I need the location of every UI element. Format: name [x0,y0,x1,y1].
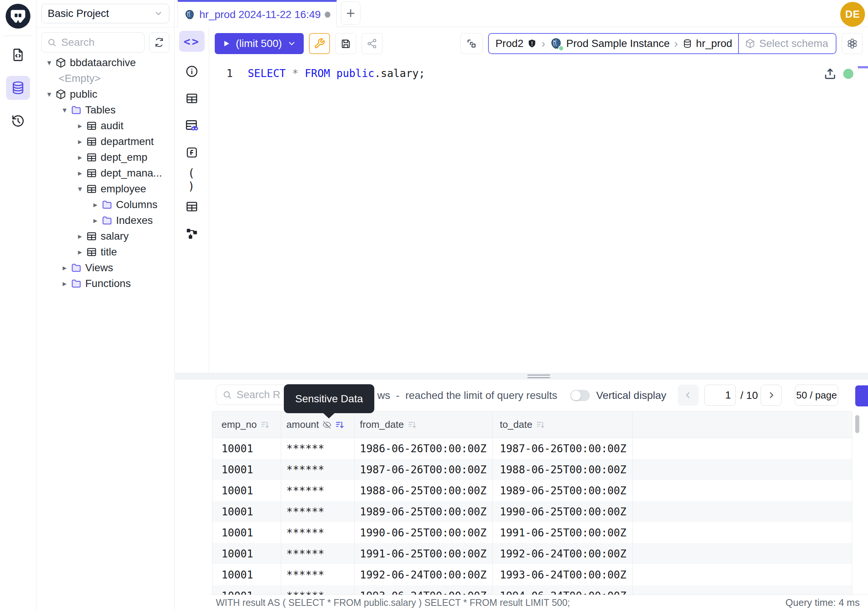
caret-right-icon[interactable]: ▸ [89,200,101,209]
cell[interactable]: 10001 [212,564,281,585]
upload-sheet-button[interactable] [823,67,837,81]
cell[interactable]: 1992-06-24T00:00:00Z [493,543,632,564]
cell[interactable]: 10001 [212,501,281,522]
cell[interactable]: 1991-06-25T00:00:00Z [493,522,632,543]
cell[interactable]: ****** [281,543,355,564]
save-button[interactable] [335,33,356,54]
table-data-search-button[interactable] [184,118,199,133]
panel-resize-divider[interactable] [175,373,868,379]
prev-page-button[interactable] [678,385,699,406]
procedures-panel-button[interactable]: ( ) [184,172,199,187]
tree-item--empty-[interactable]: <Empty> [36,71,174,86]
new-tab-button[interactable]: + [341,2,360,25]
table-row[interactable]: 10001******1988-06-25T00:00:00Z1989-06-2… [212,480,852,501]
rail-worksheet-button[interactable] [6,43,30,67]
tree-item-employee[interactable]: ▾employee [36,181,174,197]
caret-down-icon[interactable]: ▾ [43,58,55,67]
caret-down-icon[interactable]: ▾ [59,106,71,115]
cell[interactable]: 1991-06-25T00:00:00Z [355,543,493,564]
caret-down-icon[interactable]: ▾ [74,185,86,194]
column-header-to_date[interactable]: to_date [493,412,632,438]
tree-item-dept-mana-[interactable]: ▸dept_mana... [36,165,174,181]
user-avatar[interactable]: DE [840,2,865,27]
cell[interactable]: 10001 [212,438,281,459]
tables-panel-button[interactable] [184,91,199,106]
format-sql-button[interactable] [309,33,330,54]
cell[interactable]: 10001 [212,459,281,480]
connection-breadcrumb[interactable]: Prod2 › Prod Sample Instance [488,33,837,54]
page-size-select[interactable]: 50 / page [795,385,839,406]
cell[interactable] [632,585,852,594]
cell[interactable]: 10001 [212,543,281,564]
next-page-button[interactable] [761,385,782,406]
cell[interactable] [632,522,852,543]
sort-icon-active[interactable] [335,420,345,430]
tree-item-dept-emp[interactable]: ▸dept_emp [36,149,174,165]
cell[interactable]: 1994-06-24T00:00:00Z [493,585,632,594]
code-view-button[interactable]: <> [179,31,205,52]
cell[interactable]: ****** [281,459,355,480]
cell[interactable]: 1988-06-25T00:00:00Z [355,480,493,501]
caret-right-icon[interactable]: ▸ [74,153,86,162]
cell[interactable]: 1993-06-24T00:00:00Z [493,564,632,585]
tree-item-audit[interactable]: ▸audit [36,118,174,134]
cell[interactable]: 1988-06-25T00:00:00Z [493,459,632,480]
refresh-button[interactable] [149,32,169,53]
column-header-emp_no[interactable]: emp_no [212,412,281,438]
caret-right-icon[interactable]: ▸ [74,232,86,241]
sort-icon[interactable] [407,420,417,430]
export-edge-button[interactable] [855,385,868,407]
cell[interactable] [632,459,852,480]
caret-right-icon[interactable]: ▸ [59,279,71,288]
caret-down-icon[interactable]: ▾ [43,90,55,99]
table-row[interactable]: 10001******1986-06-26T00:00:00Z1987-06-2… [212,438,852,459]
cell[interactable]: ****** [281,480,355,501]
tree-item-functions[interactable]: ▸Functions [36,276,174,292]
caret-right-icon[interactable]: ▸ [74,169,86,178]
sort-icon[interactable] [536,420,546,430]
cell[interactable]: 1986-06-26T00:00:00Z [355,438,493,459]
caret-right-icon[interactable]: ▸ [74,121,86,130]
rail-history-button[interactable] [6,109,30,133]
share-button[interactable] [361,33,383,54]
cell[interactable]: 10001 [212,585,281,594]
tree-item-indexes[interactable]: ▸Indexes [36,213,174,228]
caret-right-icon[interactable]: ▸ [74,248,86,256]
bytebase-logo-icon[interactable] [6,4,30,28]
cell[interactable]: 10001 [212,522,281,543]
functions-panel-button[interactable] [184,145,199,160]
column-header-amount[interactable]: amount [281,412,355,438]
ai-assistant-button[interactable] [842,33,863,54]
table-row[interactable]: 10001******1987-06-26T00:00:00Z1988-06-2… [212,459,852,480]
cell[interactable]: ****** [281,522,355,543]
cell[interactable]: 1992-06-24T00:00:00Z [355,564,493,585]
info-button[interactable] [184,64,199,79]
results-scrollbar[interactable] [855,415,859,433]
cell[interactable]: ****** [281,564,355,585]
cell[interactable] [632,543,852,564]
caret-right-icon[interactable]: ▸ [59,263,71,272]
cell[interactable]: ****** [281,501,355,522]
table-row[interactable]: 10001******1993-06-24T00:00:00Z1994-06-2… [212,585,852,594]
rail-database-button[interactable] [6,76,30,100]
cell[interactable]: ****** [281,438,355,459]
tree-item-department[interactable]: ▸department [36,134,174,149]
tree-item-bbdataarchive[interactable]: ▾bbdataarchive [36,55,174,71]
select-connection-button[interactable] [460,33,483,54]
tree-item-columns[interactable]: ▸Columns [36,197,174,213]
sort-icon[interactable] [260,420,270,430]
cell[interactable] [632,438,852,459]
tree-item-tables[interactable]: ▾Tables [36,102,174,118]
cell[interactable] [632,501,852,522]
tree-item-views[interactable]: ▸Views [36,260,174,276]
external-tables-button[interactable] [184,199,199,214]
cell[interactable] [632,564,852,585]
schema-diagram-button[interactable] [184,226,199,241]
tree-item-salary[interactable]: ▸salary [36,228,174,244]
cell[interactable]: ****** [281,585,355,594]
sql-editor[interactable]: 1 SELECT * FROM public.salary; [209,60,868,373]
page-number-input[interactable] [704,385,736,406]
table-row[interactable]: 10001******1991-06-25T00:00:00Z1992-06-2… [212,543,852,564]
table-row[interactable]: 10001******1992-06-24T00:00:00Z1993-06-2… [212,564,852,585]
cell[interactable]: 10001 [212,480,281,501]
